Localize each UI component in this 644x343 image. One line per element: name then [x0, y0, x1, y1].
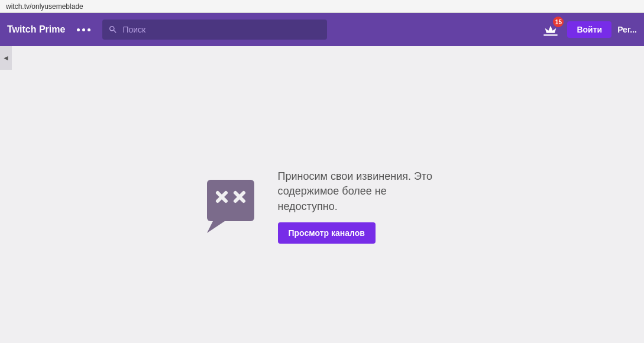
sidebar-toggle[interactable]: ◄	[0, 46, 12, 70]
nav-right: 15 Войти Рег...	[540, 19, 637, 40]
error-container: Приносим свои извинения. Это содержимое …	[201, 169, 444, 244]
search-input[interactable]	[122, 25, 321, 34]
search-wrapper	[102, 20, 327, 40]
url-text: witch.tv/onlyusemeblade	[6, 2, 83, 11]
dot-3	[88, 28, 90, 31]
svg-rect-0	[207, 180, 254, 221]
dot-2	[82, 28, 85, 31]
brand-label: Twitch Prime	[7, 24, 65, 35]
nav-more-button[interactable]	[72, 25, 95, 35]
dead-logo-icon	[201, 174, 260, 239]
main-content: Приносим свои извинения. Это содержимое …	[0, 46, 644, 343]
nav-brand[interactable]: Twitch Prime	[7, 24, 65, 35]
navbar: Twitch Prime 15 Войти Рег...	[0, 13, 644, 46]
error-text-block: Приносим свои извинения. Это содержимое …	[278, 169, 444, 244]
search-icon	[108, 25, 118, 34]
notification-badge: 15	[553, 17, 564, 27]
browse-channels-button[interactable]: Просмотр каналов	[278, 222, 376, 244]
dot-1	[77, 28, 80, 31]
svg-marker-1	[207, 221, 225, 233]
sidebar-toggle-arrow: ◄	[2, 54, 9, 62]
crown-button[interactable]: 15	[540, 19, 561, 40]
register-button[interactable]: Рег...	[617, 25, 637, 34]
address-bar: witch.tv/onlyusemeblade	[0, 0, 644, 13]
error-message: Приносим свои извинения. Это содержимое …	[278, 169, 444, 214]
login-button[interactable]: Войти	[567, 21, 611, 38]
